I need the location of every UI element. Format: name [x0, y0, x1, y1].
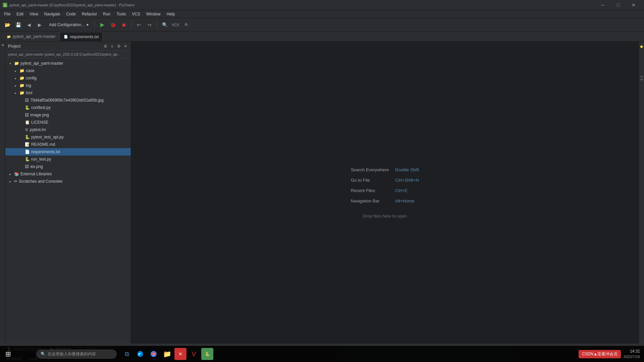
menu-help[interactable]: Help	[164, 11, 178, 17]
taskbar-start-button[interactable]: ⊞	[0, 346, 16, 362]
settings-button[interactable]: ⚙	[181, 20, 191, 29]
csdn-button[interactable]: CSDN▲亚索冲会员	[579, 350, 621, 358]
taskbar-app-edge[interactable]	[134, 348, 146, 360]
run-button[interactable]: ▶	[98, 20, 107, 29]
tree-arrow-root: ▾	[9, 62, 13, 65]
folder-tool-icon: 📁	[19, 90, 24, 95]
menu-refactor[interactable]: Refactor	[79, 11, 100, 17]
back-button[interactable]: ◀	[24, 20, 34, 29]
tree-item-pytestini[interactable]: ▸ ⚙ pytest.ini	[5, 126, 131, 133]
tree-item-runtest[interactable]: ▸ 🐍 run_test.py	[5, 156, 131, 163]
vcs-button[interactable]: VCS	[171, 20, 180, 29]
taskbar-app-chrome[interactable]	[148, 348, 160, 360]
panel-settings-icon[interactable]: ⚙	[103, 44, 108, 49]
undo-button[interactable]: ↩	[134, 20, 144, 29]
tree-item-config[interactable]: ▸ 📁 config	[5, 74, 131, 82]
scratches-icon: ✏	[14, 179, 17, 184]
project-panel-header: Project ⚙ ≡ ⚙ ✕	[5, 42, 131, 51]
tree-label-config: config	[26, 76, 37, 80]
folder-log-icon: 📁	[19, 83, 24, 88]
save-button[interactable]: 💾	[13, 20, 23, 29]
right-sidebar-icon-2[interactable]: Z S	[639, 76, 644, 80]
menu-view[interactable]: View	[27, 11, 41, 17]
breadcrumb: pytest_api_yaml-master [pytest_api_2022.…	[5, 51, 131, 58]
shortcut-recent-files: Recent Files Ctrl+E	[351, 188, 419, 193]
menu-file[interactable]: File	[1, 11, 13, 17]
tree-item-image[interactable]: ▸ 🖼 image.png	[5, 111, 131, 119]
menu-run[interactable]: Run	[100, 11, 113, 17]
tree-item-conftest[interactable]: ▸ 🐍 conftest.py	[5, 104, 131, 111]
tree-item-root[interactable]: ▾ 📁 pytest_api_yaml-master	[5, 60, 131, 67]
requirements-tab-label: requirements.txt	[70, 35, 99, 39]
tree-item-log[interactable]: ▸ 📁 log	[5, 82, 131, 89]
tree-item-case[interactable]: ▸ 📁 case	[5, 67, 131, 74]
toolbar-separator-2	[131, 21, 131, 28]
tree-label-conftest: conftest.py	[31, 105, 51, 110]
tree-item-readme[interactable]: ▸ 📝 README.md	[5, 141, 131, 148]
close-button[interactable]: ✕	[626, 0, 641, 10]
tree-item-extlibs[interactable]: ▸ 📚 External Libraries	[5, 170, 131, 178]
debug-button[interactable]: 🐞	[108, 20, 118, 29]
app-icon: 🐍	[3, 3, 7, 7]
minimize-button[interactable]: ─	[595, 0, 610, 10]
right-sidebar-icons: ⭐ Z S	[639, 42, 644, 344]
panel-collapse-icon[interactable]: ≡	[109, 44, 115, 49]
restore-button[interactable]: □	[610, 0, 626, 10]
project-tab-label: pytest_api_yaml-master	[13, 34, 55, 39]
main-layout: P Project ⚙ ≡ ⚙ ✕ pytest_api_yaml-master…	[0, 42, 644, 344]
menu-tools[interactable]: Tools	[114, 11, 128, 17]
tree-item-license[interactable]: ▸ 📋 LICENSE	[5, 119, 131, 126]
panel-gear-icon[interactable]: ⚙	[116, 44, 121, 49]
open-file-button[interactable]: 📂	[3, 20, 12, 29]
taskbar-app-ide[interactable]: 🐍	[201, 348, 213, 360]
tree-label-requirements: requirements.txt	[31, 149, 60, 154]
file-txt-icon: 📄	[64, 35, 68, 39]
add-configuration-button[interactable]: Add Configuration… ▾	[46, 21, 92, 28]
file-image-icon: 🖼	[25, 113, 29, 117]
tree-item-wx[interactable]: ▸ 🖼 wx.png	[5, 163, 131, 170]
taskbar-app-browser2[interactable]: V	[188, 348, 200, 360]
file-wx-icon: 🖼	[25, 164, 29, 169]
redo-button[interactable]: ↪	[145, 20, 154, 29]
tree-label-tool: tool	[26, 90, 32, 95]
add-config-dropdown-icon: ▾	[87, 22, 89, 27]
file-requirements-icon: 📄	[25, 149, 30, 154]
menu-edit[interactable]: Edit	[14, 11, 26, 17]
project-panel-title: Project	[8, 44, 20, 49]
menu-window[interactable]: Window	[144, 11, 163, 17]
menu-code[interactable]: Code	[63, 11, 78, 17]
taskbar-app-explorer[interactable]: 📁	[161, 348, 173, 360]
menu-navigate[interactable]: Navigate	[42, 11, 63, 17]
panel-close-icon[interactable]: ✕	[123, 44, 128, 49]
shortcut-go-to-file: Go to File Ctrl+Shift+N	[351, 178, 419, 183]
project-tab[interactable]: 📁 pytest_api_yaml-master	[3, 32, 59, 41]
editor-area: Search Everywhere Double Shift Go to Fil…	[131, 42, 639, 344]
tree-arrow-log: ▸	[15, 84, 18, 87]
taskbar-time-value: 14:31	[624, 349, 640, 354]
taskbar-search[interactable]: 🔍 在这里输入你要搜索的内容	[36, 350, 117, 359]
forward-button[interactable]: ▶	[35, 20, 44, 29]
toolbar: 📂 💾 ◀ ▶ Add Configuration… ▾ ▶ 🐞 ⏹ ↩ ↪ 🔍…	[0, 18, 644, 32]
search-button[interactable]: 🔍	[160, 20, 169, 29]
shortcut-navbar-key: Alt+Home	[395, 198, 414, 203]
tree-item-pytestapi[interactable]: ▸ 🐍 pytest_test_api.py	[5, 133, 131, 141]
breadcrumb-text: pytest_api_yaml-master [pytest_api_2022.…	[8, 53, 121, 56]
stop-button[interactable]: ⏹	[119, 20, 128, 29]
tree-item-requirements[interactable]: ▸ 📄 requirements.txt	[5, 148, 131, 156]
tree-item-tool[interactable]: ▸ 📁 tool	[5, 89, 131, 97]
sidebar-project-icon[interactable]: P	[0, 43, 5, 48]
right-sidebar-icon-1[interactable]: ⭐	[639, 44, 644, 49]
tree-item-img[interactable]: ▸ 🖼 70d4aff3a066969c7e43802eb52a65b.jpg	[5, 97, 131, 104]
shortcut-search-key: Double Shift	[395, 167, 419, 172]
taskbar-app-task-view[interactable]: ⧉	[121, 348, 133, 360]
taskbar-app-red[interactable]: ✕	[174, 348, 186, 360]
tree-arrow-case: ▸	[15, 69, 18, 73]
folder-case-icon: 📁	[19, 68, 24, 73]
title-bar-left: 🐍 pytest_api_yaml-master [D:\python2022\…	[3, 3, 135, 7]
menu-vcs[interactable]: VCS	[129, 11, 143, 17]
shortcut-recentfiles-label: Recent Files	[351, 188, 391, 193]
file-license-icon: 📋	[25, 120, 30, 125]
tree-item-scratches[interactable]: ▸ ✏ Scratches and Consoles	[5, 178, 131, 185]
taskbar-date-value: 2022/7/16	[624, 354, 640, 359]
requirements-tab[interactable]: 📄 requirements.txt	[59, 32, 103, 41]
